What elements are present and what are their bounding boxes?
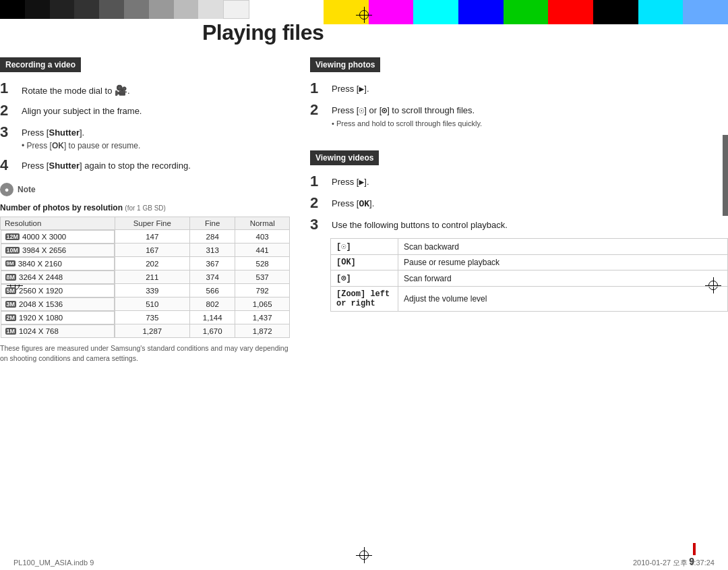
vv-step-1-text: Press [▶]. [332,173,369,189]
vv-step-2-text: Press [OK]. [332,195,374,210]
col-fine: Fine [190,217,235,229]
viewing-photos-section: Viewing photos 1 Press [▶]. 2 Press [☉] … [310,57,728,130]
cell-f: 367 [190,257,235,270]
ctrl-action: Adjust the volume level [398,287,728,312]
table-row: 12M4000 X 3000 147 284 403 [1,229,290,244]
cell-n: 1,437 [235,311,290,324]
footer-right: 2010-01-27 오후 3:37:24 [633,558,715,568]
table-row: 9M3840 X 2160 202 367 528 [1,257,290,270]
ctrl-row-scan-backward: [☉] Scan backward [331,239,728,255]
cell-res: 1M1024 X 768 [1,324,115,338]
ctrl-button: [OK] [331,255,398,270]
cell-f: 1,144 [190,311,235,324]
cell-n: 441 [235,244,290,257]
page-accent-bar [693,543,696,555]
cell-sf: 202 [115,257,190,270]
vp-step-1: 1 Press [▶]. [310,80,728,96]
table-row: 10M3984 X 2656 167 313 441 [1,244,290,257]
res-table-title: Number of photos by resolution (for 1 GB… [0,203,290,212]
ctrl-action: Pause or resume playback [398,255,728,270]
col-resolution: Resolution [1,217,115,229]
cell-sf: 1,287 [115,324,190,338]
table-row: 3M2048 X 1536 510 802 1,065 [1,297,290,311]
cell-sf: 147 [115,229,190,244]
cell-sf: 510 [115,297,190,311]
note-box: ● Note [0,183,290,196]
step-4: 4 Press [Shutter] again to stop the reco… [0,157,290,173]
top-crosshair [356,7,372,23]
vp-step-1-number: 1 [310,80,326,96]
col-superfine: Super Fine [115,217,190,229]
table-row: 5M2560 X 1920 339 566 792 [1,284,290,297]
cell-f: 374 [190,270,235,284]
res-table-note: (for 1 GB SD) [125,204,166,212]
vp-step-1-text: Press [▶]. [332,80,369,96]
viewing-photos-header: Viewing photos [310,57,380,72]
ctrl-row-zoom: [Zoom] left or right Adjust the volume l… [331,287,728,312]
vv-step-2-number: 2 [310,195,326,211]
right-column: Viewing photos 1 Press [▶]. 2 Press [☉] … [310,57,728,312]
cell-res: 9M3840 X 2160 [1,257,115,270]
cell-res: 3M2048 X 1536 [1,297,115,311]
cell-sf: 735 [115,311,190,324]
note-icon: ● [0,183,13,196]
table-footnote: These figures are measured under Samsung… [0,343,290,363]
step-4-text: Press [Shutter] again to stop the record… [22,157,191,172]
vv-step-1-number: 1 [310,173,326,190]
cell-n: 792 [235,284,290,297]
vv-step-3: 3 Use the following buttons to control p… [310,217,728,233]
step-2-number: 2 [0,103,16,119]
vv-step-1: 1 Press [▶]. [310,173,728,190]
vv-step-3-text: Use the following buttons to control pla… [332,217,508,231]
color-swatches [324,0,728,19]
step-2-text: Align your subject in the frame. [22,103,142,117]
footer-left: PL100_UM_ASIA.indb 9 [13,559,94,567]
cell-n: 1,065 [235,297,290,311]
viewing-videos-header: Viewing videos [310,150,379,165]
vp-step-2: 2 Press [☉] or [⊙] to scroll through fil… [310,102,728,130]
vv-step-3-number: 3 [310,217,326,233]
cell-n: 528 [235,257,290,270]
top-center-gap [249,0,324,19]
step-3: 3 Press [Shutter]. Press [OK] to pause o… [0,124,290,151]
ctrl-button: [⊙] [331,270,398,287]
table-row: 1M1024 X 768 1,287 1,670 1,872 [1,324,290,338]
cell-sf: 211 [115,270,190,284]
res-table-title-bold: Number of photos by resolution [0,203,123,212]
table-row: 2M1920 X 1080 735 1,144 1,437 [1,311,290,324]
controls-table: [☉] Scan backward [OK] Pause or resume p… [330,238,728,312]
cell-f: 566 [190,284,235,297]
cell-res: 12M4000 X 3000 [1,230,115,244]
cell-sf: 167 [115,244,190,257]
cell-n: 403 [235,229,290,244]
cell-f: 313 [190,244,235,257]
note-label: Note [18,185,36,194]
resolution-table: Resolution Super Fine Fine Normal 12M400… [0,217,290,339]
ctrl-action: Scan forward [398,270,728,287]
step-1-text: Rotate the mode dial to 🎥. [22,80,130,97]
ctrl-button: [☉] [331,239,398,255]
ctrl-row-scan-forward: [⊙] Scan forward [331,270,728,287]
cell-n: 1,872 [235,324,290,338]
footer-bar: PL100_UM_ASIA.indb 9 2010-01-27 오후 3:37:… [0,555,728,570]
step-2: 2 Align your subject in the frame. [0,103,290,119]
ctrl-row-pause-resume: [OK] Pause or resume playback [331,255,728,270]
left-column: Recording a video 1 Rotate the mode dial… [0,57,290,364]
cell-n: 537 [235,270,290,284]
recording-video-header: Recording a video [0,57,81,72]
cell-res: 10M3984 X 2656 [1,244,115,257]
grayscale-swatches [0,0,249,19]
cell-res: 5M2560 X 1920 [1,284,115,297]
viewing-videos-section: Viewing videos 1 Press [▶]. 2 Press [OK]… [310,150,728,312]
cell-res: 2M1920 X 1080 [1,311,115,324]
col-normal: Normal [235,217,290,229]
vv-step-2: 2 Press [OK]. [310,195,728,211]
cell-f: 802 [190,297,235,311]
ctrl-button: [Zoom] left or right [331,287,398,312]
table-row: 8M3264 X 2448 211 374 537 [1,270,290,284]
vp-step-2-text: Press [☉] or [⊙] to scroll through files… [332,102,482,130]
page-title: Playing files [202,20,324,45]
step-3-number: 3 [0,124,16,140]
step-1-number: 1 [0,80,16,96]
cell-res: 8M3264 X 2448 [1,270,115,284]
